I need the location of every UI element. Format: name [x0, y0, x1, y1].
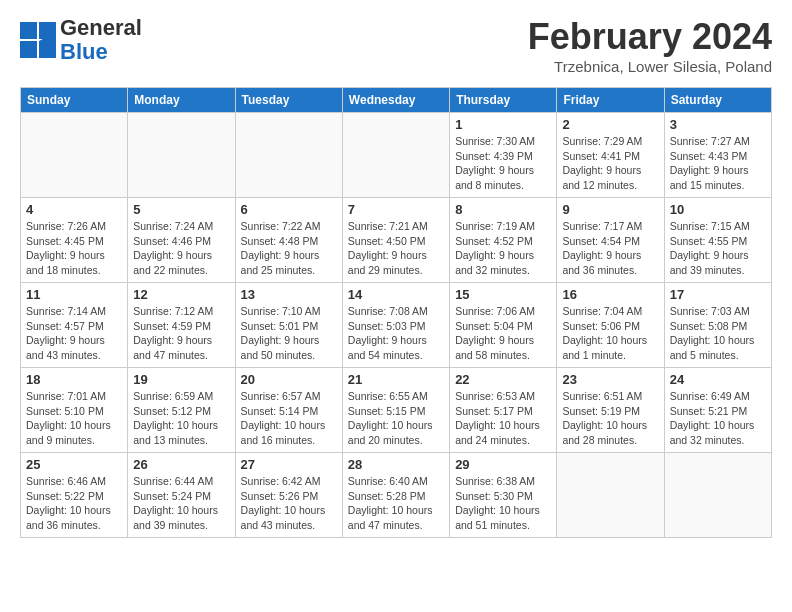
day-info: Sunrise: 6:46 AM Sunset: 5:22 PM Dayligh… [26, 474, 122, 533]
calendar-cell [235, 113, 342, 198]
day-info: Sunrise: 7:21 AM Sunset: 4:50 PM Dayligh… [348, 219, 444, 278]
weekday-header: Thursday [450, 88, 557, 113]
day-number: 6 [241, 202, 337, 217]
day-info: Sunrise: 7:03 AM Sunset: 5:08 PM Dayligh… [670, 304, 766, 363]
day-number: 7 [348, 202, 444, 217]
calendar-cell: 19Sunrise: 6:59 AM Sunset: 5:12 PM Dayli… [128, 368, 235, 453]
calendar-cell: 1Sunrise: 7:30 AM Sunset: 4:39 PM Daylig… [450, 113, 557, 198]
calendar-cell: 29Sunrise: 6:38 AM Sunset: 5:30 PM Dayli… [450, 453, 557, 538]
calendar-cell: 24Sunrise: 6:49 AM Sunset: 5:21 PM Dayli… [664, 368, 771, 453]
month-title: February 2024 [528, 16, 772, 58]
day-info: Sunrise: 7:30 AM Sunset: 4:39 PM Dayligh… [455, 134, 551, 193]
day-number: 1 [455, 117, 551, 132]
day-number: 19 [133, 372, 229, 387]
calendar-cell: 7Sunrise: 7:21 AM Sunset: 4:50 PM Daylig… [342, 198, 449, 283]
calendar-cell: 28Sunrise: 6:40 AM Sunset: 5:28 PM Dayli… [342, 453, 449, 538]
calendar-cell [342, 113, 449, 198]
day-info: Sunrise: 6:53 AM Sunset: 5:17 PM Dayligh… [455, 389, 551, 448]
day-info: Sunrise: 7:29 AM Sunset: 4:41 PM Dayligh… [562, 134, 658, 193]
calendar-cell [664, 453, 771, 538]
day-number: 20 [241, 372, 337, 387]
day-info: Sunrise: 7:22 AM Sunset: 4:48 PM Dayligh… [241, 219, 337, 278]
day-info: Sunrise: 6:44 AM Sunset: 5:24 PM Dayligh… [133, 474, 229, 533]
day-number: 28 [348, 457, 444, 472]
day-info: Sunrise: 6:57 AM Sunset: 5:14 PM Dayligh… [241, 389, 337, 448]
day-number: 16 [562, 287, 658, 302]
day-number: 2 [562, 117, 658, 132]
logo-text: General Blue [60, 16, 142, 64]
day-info: Sunrise: 7:19 AM Sunset: 4:52 PM Dayligh… [455, 219, 551, 278]
location-title: Trzebnica, Lower Silesia, Poland [528, 58, 772, 75]
day-info: Sunrise: 6:42 AM Sunset: 5:26 PM Dayligh… [241, 474, 337, 533]
calendar-cell: 16Sunrise: 7:04 AM Sunset: 5:06 PM Dayli… [557, 283, 664, 368]
calendar-cell: 8Sunrise: 7:19 AM Sunset: 4:52 PM Daylig… [450, 198, 557, 283]
weekday-header: Sunday [21, 88, 128, 113]
logo-icon [20, 22, 56, 58]
day-number: 22 [455, 372, 551, 387]
calendar: SundayMondayTuesdayWednesdayThursdayFrid… [20, 87, 772, 538]
calendar-cell: 6Sunrise: 7:22 AM Sunset: 4:48 PM Daylig… [235, 198, 342, 283]
calendar-cell: 9Sunrise: 7:17 AM Sunset: 4:54 PM Daylig… [557, 198, 664, 283]
calendar-cell: 4Sunrise: 7:26 AM Sunset: 4:45 PM Daylig… [21, 198, 128, 283]
day-info: Sunrise: 7:27 AM Sunset: 4:43 PM Dayligh… [670, 134, 766, 193]
day-number: 21 [348, 372, 444, 387]
day-info: Sunrise: 6:55 AM Sunset: 5:15 PM Dayligh… [348, 389, 444, 448]
day-info: Sunrise: 7:01 AM Sunset: 5:10 PM Dayligh… [26, 389, 122, 448]
day-number: 29 [455, 457, 551, 472]
svg-rect-0 [20, 22, 37, 39]
week-row: 4Sunrise: 7:26 AM Sunset: 4:45 PM Daylig… [21, 198, 772, 283]
calendar-cell: 5Sunrise: 7:24 AM Sunset: 4:46 PM Daylig… [128, 198, 235, 283]
calendar-cell [557, 453, 664, 538]
day-number: 23 [562, 372, 658, 387]
day-number: 27 [241, 457, 337, 472]
calendar-cell: 26Sunrise: 6:44 AM Sunset: 5:24 PM Dayli… [128, 453, 235, 538]
day-info: Sunrise: 7:24 AM Sunset: 4:46 PM Dayligh… [133, 219, 229, 278]
day-number: 4 [26, 202, 122, 217]
day-number: 9 [562, 202, 658, 217]
calendar-cell: 17Sunrise: 7:03 AM Sunset: 5:08 PM Dayli… [664, 283, 771, 368]
day-number: 8 [455, 202, 551, 217]
weekday-header: Tuesday [235, 88, 342, 113]
weekday-header: Monday [128, 88, 235, 113]
header-section: General Blue February 2024 Trzebnica, Lo… [20, 16, 772, 75]
day-number: 26 [133, 457, 229, 472]
day-info: Sunrise: 6:51 AM Sunset: 5:19 PM Dayligh… [562, 389, 658, 448]
calendar-cell: 22Sunrise: 6:53 AM Sunset: 5:17 PM Dayli… [450, 368, 557, 453]
day-info: Sunrise: 7:14 AM Sunset: 4:57 PM Dayligh… [26, 304, 122, 363]
day-number: 5 [133, 202, 229, 217]
week-row: 25Sunrise: 6:46 AM Sunset: 5:22 PM Dayli… [21, 453, 772, 538]
calendar-cell: 21Sunrise: 6:55 AM Sunset: 5:15 PM Dayli… [342, 368, 449, 453]
week-row: 1Sunrise: 7:30 AM Sunset: 4:39 PM Daylig… [21, 113, 772, 198]
day-number: 11 [26, 287, 122, 302]
day-info: Sunrise: 7:15 AM Sunset: 4:55 PM Dayligh… [670, 219, 766, 278]
day-info: Sunrise: 7:12 AM Sunset: 4:59 PM Dayligh… [133, 304, 229, 363]
day-info: Sunrise: 7:26 AM Sunset: 4:45 PM Dayligh… [26, 219, 122, 278]
day-info: Sunrise: 6:40 AM Sunset: 5:28 PM Dayligh… [348, 474, 444, 533]
calendar-cell: 3Sunrise: 7:27 AM Sunset: 4:43 PM Daylig… [664, 113, 771, 198]
day-number: 13 [241, 287, 337, 302]
calendar-cell: 27Sunrise: 6:42 AM Sunset: 5:26 PM Dayli… [235, 453, 342, 538]
weekday-header: Wednesday [342, 88, 449, 113]
calendar-cell: 23Sunrise: 6:51 AM Sunset: 5:19 PM Dayli… [557, 368, 664, 453]
day-info: Sunrise: 7:08 AM Sunset: 5:03 PM Dayligh… [348, 304, 444, 363]
day-number: 17 [670, 287, 766, 302]
day-number: 3 [670, 117, 766, 132]
day-number: 18 [26, 372, 122, 387]
day-info: Sunrise: 7:06 AM Sunset: 5:04 PM Dayligh… [455, 304, 551, 363]
day-number: 25 [26, 457, 122, 472]
day-info: Sunrise: 7:10 AM Sunset: 5:01 PM Dayligh… [241, 304, 337, 363]
calendar-cell: 14Sunrise: 7:08 AM Sunset: 5:03 PM Dayli… [342, 283, 449, 368]
calendar-cell: 13Sunrise: 7:10 AM Sunset: 5:01 PM Dayli… [235, 283, 342, 368]
logo: General Blue [20, 16, 142, 64]
calendar-cell: 2Sunrise: 7:29 AM Sunset: 4:41 PM Daylig… [557, 113, 664, 198]
calendar-cell: 10Sunrise: 7:15 AM Sunset: 4:55 PM Dayli… [664, 198, 771, 283]
day-number: 12 [133, 287, 229, 302]
calendar-cell: 12Sunrise: 7:12 AM Sunset: 4:59 PM Dayli… [128, 283, 235, 368]
day-number: 10 [670, 202, 766, 217]
weekday-header: Friday [557, 88, 664, 113]
day-info: Sunrise: 7:17 AM Sunset: 4:54 PM Dayligh… [562, 219, 658, 278]
day-info: Sunrise: 6:59 AM Sunset: 5:12 PM Dayligh… [133, 389, 229, 448]
week-row: 18Sunrise: 7:01 AM Sunset: 5:10 PM Dayli… [21, 368, 772, 453]
day-number: 24 [670, 372, 766, 387]
calendar-cell: 20Sunrise: 6:57 AM Sunset: 5:14 PM Dayli… [235, 368, 342, 453]
